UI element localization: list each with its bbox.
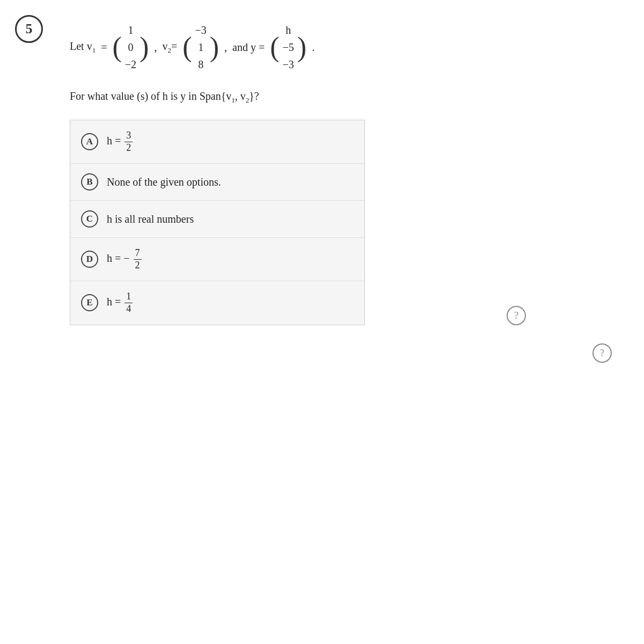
y-row2: −5 <box>283 40 294 55</box>
v2-col: −3 1 8 <box>192 21 209 73</box>
option-letter-d: D <box>86 254 93 265</box>
comma-2: , <box>224 41 227 54</box>
fraction-e-num: 1 <box>125 291 133 303</box>
let-v1-label: Let v1 <box>70 40 96 55</box>
y-row3: −3 <box>283 57 294 72</box>
help-icon-2-symbol: ? <box>600 348 604 359</box>
question-prompt: For what value (s) of h is y in Span{v1,… <box>70 90 623 105</box>
help-icon-1[interactable]: ? <box>507 306 526 325</box>
question-number-text: 5 <box>26 21 33 37</box>
option-circle-e[interactable]: E <box>81 294 98 311</box>
v2-row1: −3 <box>195 23 206 38</box>
y-paren-left <box>270 33 279 61</box>
option-circle-d[interactable]: D <box>81 251 98 268</box>
option-text-e: h = 14 <box>107 291 134 314</box>
v2-row3: 8 <box>198 57 203 72</box>
v2-subscript: 2 <box>167 46 171 54</box>
option-row-a[interactable]: A h = 32 <box>70 120 364 164</box>
y-paren-right <box>297 33 306 61</box>
fraction-d-num: 7 <box>134 247 142 260</box>
option-circle-b[interactable]: B <box>81 173 98 191</box>
help-icon-1-symbol: ? <box>514 310 518 321</box>
option-letter-b: B <box>86 177 92 187</box>
equation-line: Let v1 = 1 0 −2 , v2= <box>70 21 623 73</box>
v1-row2: 0 <box>128 40 133 55</box>
option-row-c[interactable]: C h is all real numbers <box>70 201 364 238</box>
help-icon-2[interactable]: ? <box>592 343 612 363</box>
option-row-d[interactable]: D h = − 72 <box>70 238 364 281</box>
main-content: Let v1 = 1 0 −2 , v2= <box>70 21 623 325</box>
option-row-b[interactable]: B None of the given options. <box>70 164 364 201</box>
fraction-e-den: 4 <box>125 303 133 315</box>
fraction-d: 72 <box>134 247 142 271</box>
v2-row2: 1 <box>198 40 203 55</box>
v2-matrix: −3 1 8 <box>182 21 219 73</box>
page-container: 5 Let v1 = 1 0 −2 , v2= <box>0 0 644 644</box>
v1-paren-left <box>112 33 121 61</box>
comma-1: , <box>154 41 157 54</box>
option-letter-a: A <box>86 136 93 147</box>
v1-row3: −2 <box>125 57 136 72</box>
v1-matrix: 1 0 −2 <box>112 21 149 73</box>
y-matrix: h −5 −3 <box>270 21 306 73</box>
option-circle-c[interactable]: C <box>81 210 98 228</box>
option-text-d: h = − 72 <box>107 247 143 271</box>
option-circle-a[interactable]: A <box>81 133 98 150</box>
option-row-e[interactable]: E h = 14 <box>70 281 364 324</box>
v1-row1: 1 <box>128 23 133 38</box>
fraction-a: 32 <box>125 130 133 153</box>
y-col: h −5 −3 <box>280 21 297 73</box>
v1-col: 1 0 −2 <box>122 21 140 73</box>
fraction-d-den: 2 <box>134 260 142 272</box>
option-text-a: h = 32 <box>107 130 134 153</box>
fraction-a-num: 3 <box>125 130 133 142</box>
and-y-label: and y = <box>232 41 265 54</box>
v2-paren-right <box>210 33 219 61</box>
option-text-c: h is all real numbers <box>107 213 194 225</box>
y-row1: h <box>286 23 291 38</box>
option-text-b: None of the given options. <box>107 176 221 188</box>
option-letter-c: C <box>86 214 93 224</box>
question-number: 5 <box>15 15 43 43</box>
options-container: A h = 32 B None of the given options. C <box>70 120 365 325</box>
v1-paren-right <box>140 33 149 61</box>
v1-subscript: 1 <box>92 46 96 54</box>
v2-paren-left <box>182 33 192 61</box>
fraction-e: 14 <box>125 291 133 314</box>
option-letter-e: E <box>86 297 92 308</box>
equals-sign-1: = <box>101 41 107 54</box>
v2-label: v2= <box>162 40 177 55</box>
period: . <box>312 41 314 54</box>
fraction-a-den: 2 <box>125 142 133 154</box>
